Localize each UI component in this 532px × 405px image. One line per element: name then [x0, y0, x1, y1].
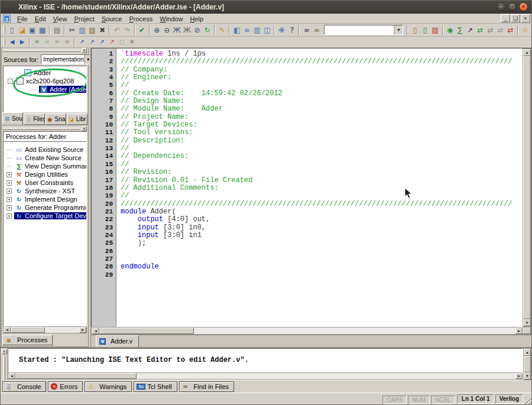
sources-panel-grip[interactable]: × [2, 48, 88, 53]
layout-windows-button[interactable]: ◫ [262, 25, 272, 35]
mdi-restore-icon[interactable]: ❏ [511, 14, 520, 22]
zoom-in-button[interactable]: ⊕ [152, 25, 162, 35]
menu-file[interactable]: File [14, 15, 31, 23]
processes-hscrollbar[interactable]: ◄ ► [3, 326, 87, 333]
processes-panel-grip[interactable]: × [2, 126, 88, 131]
menu-window[interactable]: Window [156, 15, 186, 23]
whats-this-help-button[interactable]: ? [287, 25, 297, 35]
nav-arrow-button-3[interactable]: ↗ [97, 37, 107, 47]
clear-bookmarks-button[interactable]: ≡ [62, 37, 72, 47]
nav-arrow-button-1[interactable]: ↗ [77, 37, 87, 47]
source-tree-item[interactable]: vAdder (Adder.v) [4, 85, 86, 93]
abort-button[interactable]: ⇄ [505, 25, 515, 35]
scroll-right-icon[interactable]: ► [515, 328, 523, 334]
delete-button[interactable]: ✖ [97, 25, 107, 35]
sources-tab-libr[interactable]: ◪Libr [67, 114, 87, 125]
menu-help[interactable]: Help [186, 15, 207, 23]
scroll-up-icon[interactable]: ▲ [523, 49, 531, 56]
verify-document-button[interactable]: ▨ [430, 25, 440, 35]
tree-expander-icon[interactable]: + [7, 180, 12, 186]
save-all-button[interactable]: ▦ [37, 25, 47, 35]
scroll-left-icon[interactable]: ◄ [8, 373, 15, 379]
combo-dropdown-icon[interactable]: ▼ [394, 25, 403, 34]
tree-expander-icon[interactable]: - [8, 79, 13, 84]
process-item-view-design-summary[interactable]: ∑View Design Summary [4, 162, 86, 170]
cascade-windows-button[interactable]: ◧ [232, 25, 242, 35]
process-item-generate-programming-f[interactable]: +↻Generate Programming F [4, 203, 86, 212]
scroll-right-icon[interactable]: ► [79, 327, 86, 333]
toolbar-grip[interactable] [4, 38, 5, 46]
toggle-bookmark-button[interactable]: ≡ [32, 37, 42, 47]
nav-arrow-button-4[interactable]: ↗ [107, 37, 117, 47]
stop-process-button[interactable]: ⇄ [495, 25, 505, 35]
process-item-add-existing-source[interactable]: ▭Add Existing Source [4, 145, 86, 154]
sources-tab-snap[interactable]: ●Snap [46, 114, 66, 125]
rerun-all-button[interactable]: ⇄ [485, 25, 495, 35]
find-button[interactable]: ∞ [301, 25, 312, 35]
tile-vertical-button[interactable]: ▥ [252, 25, 262, 35]
console-grip[interactable] [3, 355, 5, 380]
editor-code[interactable]: `timescale 1ns / 1ps////////////////////… [116, 48, 523, 327]
zoom-region-button[interactable]: ⊘ [192, 25, 202, 35]
zoom-full-view-button[interactable]: Ж [182, 25, 192, 35]
close-view-button[interactable]: ✖ [127, 37, 137, 47]
menu-edit[interactable]: Edit [31, 15, 50, 23]
undo-button[interactable]: ↶ [112, 25, 122, 35]
console-tab-warnings[interactable]: ⚠Warnings [85, 381, 132, 392]
console-tab-errors[interactable]: ×Errors [48, 381, 83, 392]
scrollbar-thumb[interactable] [99, 328, 194, 334]
design-summary-button[interactable]: ∑ [455, 25, 465, 35]
processes-tree[interactable]: ▭Add Existing Source▭Create New Source∑V… [3, 141, 87, 326]
console-tab-console[interactable]: ▯Console [2, 381, 46, 392]
process-item-synthesize-xst[interactable]: +↻Synthesize - XST [4, 187, 86, 195]
paste-button[interactable]: ▧ [87, 25, 97, 35]
editor-hscrollbar[interactable]: ◄ ► [92, 327, 531, 335]
lightbulb-tip-button[interactable]: ☼ [520, 25, 530, 35]
editor-tab-adder-v[interactable]: v Adder.v [96, 335, 139, 347]
mdi-minimize-icon[interactable]: _ [501, 14, 510, 22]
run-process-button[interactable]: ◉ [445, 25, 455, 35]
nav-arrow-button-2[interactable]: ↗ [87, 37, 97, 47]
editor-vscrollbar[interactable]: ▲ ▼ [523, 48, 531, 327]
redo-button[interactable]: ↷ [122, 25, 132, 35]
copy-button[interactable]: ▥ [77, 25, 87, 35]
scroll-down-icon[interactable]: ▼ [524, 372, 531, 380]
toolbar-grip[interactable] [4, 25, 5, 34]
rerun-button[interactable]: ⇄ [475, 25, 485, 35]
process-item-user-constraints[interactable]: +⚒User Constraints [4, 179, 86, 187]
scrollbar-thumb[interactable] [15, 373, 137, 379]
sources-tab-files[interactable]: ▯Files [24, 114, 44, 125]
menu-source[interactable]: Source [98, 15, 126, 23]
zoom-out-button[interactable]: ⊖ [162, 25, 172, 35]
menu-project[interactable]: Project [70, 15, 98, 23]
tree-expander-icon[interactable]: + [7, 197, 12, 202]
zoom-selection-button[interactable]: Ж [172, 25, 182, 35]
tree-expander-icon[interactable]: + [7, 189, 12, 194]
console-close-icon[interactable]: × [2, 349, 7, 354]
scroll-left-icon[interactable]: ◄ [4, 327, 11, 333]
process-item-configure-target-device[interactable]: +↻Configure Target Device [4, 212, 86, 220]
minimize-icon[interactable]: – [497, 2, 505, 11]
scroll-left-icon[interactable]: ◄ [92, 328, 99, 334]
title-bar[interactable]: Xilinx - ISE - /home/student/Xilinx/Adde… [1, 1, 531, 14]
maximize-icon[interactable]: □ [508, 2, 517, 11]
search-combobox[interactable]: ▼ [324, 25, 404, 35]
tile-horizontal-button[interactable]: ≡ [242, 25, 252, 35]
next-bookmark-button[interactable]: ≡ [42, 37, 52, 47]
analyze-button[interactable]: ↗ [465, 25, 475, 35]
sources-tab-sour[interactable]: ⊞Sour [2, 112, 23, 125]
cut-button[interactable]: ✂ [67, 25, 77, 35]
check-syntax-button[interactable]: ✔ [137, 25, 147, 35]
scroll-right-icon[interactable]: ► [515, 373, 523, 379]
pan-hand-button[interactable]: ○ [117, 37, 127, 47]
menu-view[interactable]: View [50, 15, 71, 23]
tree-expander-icon[interactable]: + [7, 213, 12, 219]
sources-tree[interactable]: Adder-xc2s200-6pq208vAdder (Adder.v) [3, 66, 87, 112]
close-icon[interactable]: × [519, 2, 528, 11]
process-item-design-utilities[interactable]: +⚒Design Utilities [4, 170, 86, 179]
new-file-button[interactable]: ▯ [7, 25, 17, 35]
scroll-up-icon[interactable]: ▲ [524, 349, 531, 356]
find-in-files-button[interactable]: ∞ [312, 25, 322, 35]
edit-constraints-button[interactable]: ▯ [420, 25, 430, 35]
scrollbar-thumb[interactable] [11, 327, 45, 333]
